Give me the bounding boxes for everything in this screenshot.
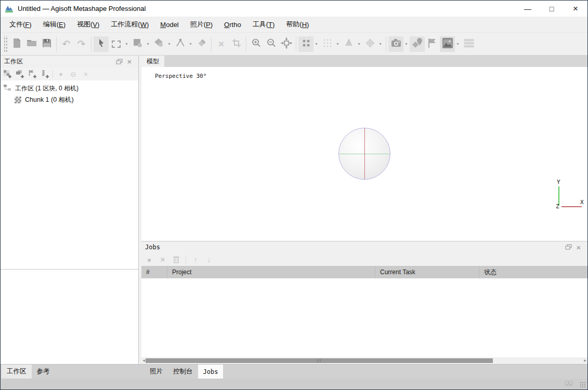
minimize-button[interactable]: — bbox=[516, 1, 540, 17]
axis-x-label: X bbox=[580, 199, 584, 206]
menu-model[interactable]: Model bbox=[154, 17, 184, 32]
add-scalebar-button[interactable] bbox=[40, 70, 49, 79]
selection-dropdown[interactable]: ▾ bbox=[124, 42, 129, 46]
maximize-button[interactable]: □ bbox=[540, 1, 564, 17]
redo-button[interactable]: ↷ bbox=[74, 36, 89, 52]
jobs-run-icon[interactable]: ● bbox=[145, 255, 153, 264]
workspace-close-button[interactable]: × bbox=[124, 57, 135, 66]
new-document-icon bbox=[11, 37, 22, 51]
horizontal-scrollbar[interactable]: ◀ ▶ bbox=[141, 357, 587, 364]
jobs-col-project[interactable]: Project bbox=[167, 266, 375, 278]
zoom-in-button[interactable] bbox=[249, 36, 264, 52]
reset-view-icon bbox=[280, 37, 293, 51]
menu-tools[interactable]: 工具(T) bbox=[247, 17, 281, 32]
rotate-region-button[interactable] bbox=[151, 36, 166, 52]
show-markers-button[interactable] bbox=[410, 36, 425, 52]
shaded-view-dropdown[interactable]: ▾ bbox=[356, 42, 362, 46]
image-icon bbox=[441, 37, 454, 51]
jobs-toolbar: ● × ↑ ↓ bbox=[141, 253, 587, 266]
jobs-col-number[interactable]: # bbox=[141, 266, 167, 278]
menu-ortho[interactable]: Ortho bbox=[218, 17, 247, 32]
menu-view[interactable]: 视图(V) bbox=[71, 17, 105, 32]
layers-button[interactable] bbox=[461, 36, 476, 52]
reset-view-button[interactable] bbox=[279, 36, 294, 52]
model-viewport[interactable]: Perspective 30° Y Z X bbox=[141, 67, 587, 241]
tab-workspace[interactable]: 工作区 bbox=[2, 365, 32, 379]
tab-jobs[interactable]: Jobs bbox=[198, 365, 224, 379]
new-document-button[interactable] bbox=[9, 36, 24, 52]
menu-bar: 文件(F) 编辑(E) 视图(V) 工作流程(W) Model 照片(P) Or… bbox=[1, 17, 587, 32]
toolbar-drag-handle[interactable] bbox=[3, 36, 7, 52]
rectangle-selection-button[interactable] bbox=[109, 36, 124, 52]
point-cloud-view-button[interactable] bbox=[298, 36, 313, 52]
rotate-object-dropdown[interactable]: ▾ bbox=[145, 42, 151, 46]
status-bar bbox=[1, 379, 587, 389]
axis-gizmo: Y Z X bbox=[553, 177, 585, 212]
dense-cloud-view-button[interactable] bbox=[320, 36, 335, 52]
disable-button[interactable]: ⊖ bbox=[69, 70, 78, 79]
point-cloud-dropdown[interactable]: ▾ bbox=[313, 42, 319, 46]
ruler-tool-button[interactable] bbox=[173, 36, 188, 52]
tab-console[interactable]: 控制台 bbox=[168, 365, 198, 379]
close-button[interactable]: × bbox=[564, 1, 587, 17]
tiled-model-view-button[interactable] bbox=[362, 36, 377, 52]
jobs-move-up-icon[interactable]: ↑ bbox=[191, 255, 200, 264]
shaded-view-button[interactable] bbox=[341, 36, 356, 52]
show-images-button[interactable] bbox=[440, 36, 455, 52]
workspace-root-icon bbox=[3, 84, 11, 93]
tab-model[interactable]: 模型 bbox=[141, 56, 164, 67]
jobs-close-button[interactable]: × bbox=[573, 243, 584, 252]
jobs-col-current-task[interactable]: Current Task bbox=[375, 266, 479, 278]
menu-file[interactable]: 文件(F) bbox=[4, 17, 37, 32]
jobs-col-status[interactable]: 状态 bbox=[479, 266, 587, 278]
show-cameras-button[interactable] bbox=[388, 36, 403, 52]
jobs-trash-icon[interactable] bbox=[172, 255, 180, 263]
add-marker-button[interactable] bbox=[28, 70, 37, 79]
tab-reference[interactable]: 参考 bbox=[32, 365, 55, 379]
menu-edit[interactable]: 编辑(E) bbox=[37, 17, 71, 32]
enable-button[interactable]: ● bbox=[56, 70, 66, 79]
tiled-model-icon bbox=[364, 37, 376, 51]
scroll-right-icon[interactable]: ▶ bbox=[583, 357, 587, 364]
menu-photo[interactable]: 照片(P) bbox=[185, 17, 218, 32]
zoom-out-button[interactable] bbox=[264, 36, 279, 52]
save-project-button[interactable] bbox=[39, 36, 54, 52]
jobs-move-down-icon[interactable]: ↓ bbox=[205, 255, 213, 264]
trackball-sphere bbox=[338, 128, 390, 180]
tiled-model-dropdown[interactable]: ▾ bbox=[377, 42, 383, 46]
menu-help[interactable]: 帮助(H) bbox=[280, 17, 315, 32]
add-photos-button[interactable] bbox=[15, 70, 24, 79]
crop-button[interactable] bbox=[229, 36, 244, 52]
rotate-object-button[interactable] bbox=[130, 36, 145, 52]
menu-workflow[interactable]: 工作流程(W) bbox=[105, 17, 154, 32]
delete-button[interactable]: × bbox=[214, 36, 229, 52]
scrollbar-thumb[interactable] bbox=[146, 358, 493, 363]
rotate-region-dropdown[interactable]: ▾ bbox=[166, 42, 172, 46]
workspace-panel: 工作区 × ● ⊖ × 工作区 (1 区块, 0 相机) bbox=[1, 56, 138, 364]
dense-cloud-dropdown[interactable]: ▾ bbox=[335, 42, 341, 46]
undo-button[interactable]: ↶ bbox=[59, 36, 74, 52]
tab-photos[interactable]: 照片 bbox=[145, 365, 168, 379]
chunk-icon bbox=[15, 97, 21, 103]
rotate-region-icon bbox=[153, 37, 165, 51]
tree-item-chunk[interactable]: Chunk 1 (0 相机) bbox=[1, 94, 138, 105]
tree-item-workspace[interactable]: 工作区 (1 区块, 0 相机) bbox=[1, 83, 138, 94]
tree-item-label: Chunk 1 (0 相机) bbox=[25, 96, 74, 104]
eraser-tool-button[interactable] bbox=[194, 36, 209, 52]
app-window: Untitled — Agisoft Metashape Professiona… bbox=[0, 0, 588, 390]
workspace-float-button[interactable] bbox=[114, 57, 124, 66]
toolbar-separator bbox=[211, 37, 212, 51]
show-images-dropdown[interactable]: ▾ bbox=[455, 42, 461, 46]
jobs-cancel-icon[interactable]: × bbox=[159, 255, 167, 264]
show-flags-button[interactable] bbox=[425, 36, 440, 52]
workspace-lower-pane bbox=[1, 270, 138, 364]
resize-grip[interactable] bbox=[580, 382, 586, 388]
remove-item-button[interactable]: × bbox=[81, 70, 90, 79]
add-chunk-button[interactable] bbox=[3, 70, 12, 79]
show-cameras-dropdown[interactable]: ▾ bbox=[403, 42, 409, 46]
ruler-dropdown[interactable]: ▾ bbox=[188, 42, 193, 46]
jobs-float-button[interactable] bbox=[563, 243, 573, 252]
camera-icon bbox=[390, 37, 402, 51]
open-project-button[interactable] bbox=[24, 36, 39, 52]
select-tool-button[interactable] bbox=[94, 36, 109, 52]
